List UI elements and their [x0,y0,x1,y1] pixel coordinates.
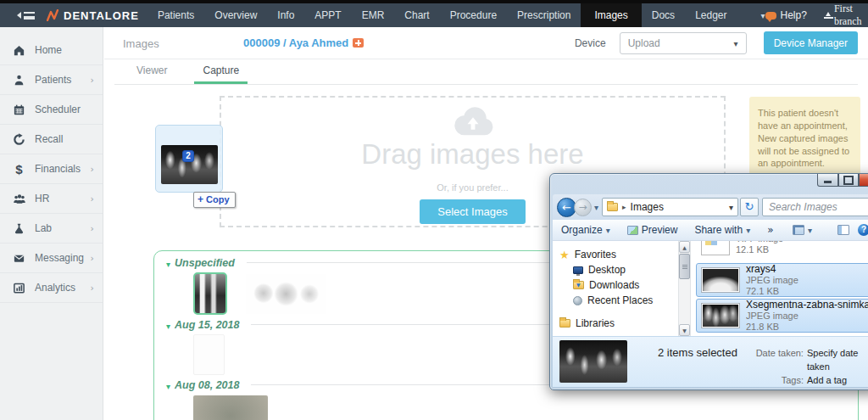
section-label: Aug 08, 2018 [175,379,239,391]
sidebar-label: Recall [35,133,63,145]
app-logo[interactable]: DENTALORE [47,3,139,27]
explorer-nav-pane: ★ Favorites Desktop Downloads Recent Pla… [553,241,678,336]
nav-item-recent-places[interactable]: Recent Places [559,293,678,308]
blank-image-thumbnail[interactable] [193,334,225,375]
nav-item-appt[interactable]: APPT [304,3,351,27]
nav-item-desktop[interactable]: Desktop [559,262,678,277]
nav-item-info[interactable]: Info [267,3,304,27]
dollar-icon: $ [12,162,26,176]
nav-item-chart[interactable]: Chart [394,3,439,27]
preview-button[interactable]: Preview [627,224,678,236]
calendar-icon [12,103,26,116]
sidebar-item-financials[interactable]: $ Financials [0,154,103,184]
file-tile-xsegmentna[interactable]: Xsegmentna-zabna-snimka JPEG image 21.8 … [696,299,868,333]
nav-item-emr[interactable]: EMR [352,3,395,27]
home-icon [12,43,26,57]
chevron-right-icon [91,253,94,264]
folder-icon [607,203,618,211]
close-button[interactable]: ✕ [859,174,868,187]
sidebar-label: Messaging [35,252,84,264]
nav-item-ledger[interactable]: Ledger [685,3,737,27]
change-view-button[interactable] [793,225,812,235]
sidebar-collapse-button[interactable] [17,3,35,27]
scroll-down-button[interactable]: ▼ [679,324,690,336]
nav-item-images[interactable]: Images [581,3,641,27]
drag-ghost[interactable]: 2 Copy [155,125,223,193]
photo-thumbnail[interactable] [193,395,268,420]
explorer-titlebar[interactable]: ✕ [553,176,868,194]
date-taken-label: Date taken: [749,346,804,373]
file-tile-xrays4[interactable]: xrays4 JPEG image 72.1 KB [696,263,868,297]
file-size: 21.8 KB [746,322,779,332]
top-navbar: DENTALORE Patients Overview Info APPT EM… [0,3,868,27]
nav-item-downloads[interactable]: Downloads [559,277,678,293]
select-caret-icon [734,37,738,49]
group-icon [12,192,26,205]
device-manager-button[interactable]: Device Manager [764,31,858,54]
branch-label: First branch [834,3,865,28]
organize-menu[interactable]: Organize [561,224,610,236]
minimize-button[interactable] [817,174,838,187]
preview-icon [627,226,638,235]
breadcrumb-folder[interactable]: Images [631,201,664,213]
nav-item-overview[interactable]: Overview [204,3,267,27]
search-box[interactable] [762,198,868,216]
nav-item-patients[interactable]: Patients [147,3,204,27]
share-with-menu[interactable]: Share with [694,224,750,236]
search-input[interactable] [763,199,868,216]
sidebar-label: Patients [35,74,71,86]
favorites-node[interactable]: ★ Favorites [559,247,678,262]
sidebar-item-patients[interactable]: Patients [0,65,103,95]
sidebar-item-lab[interactable]: Lab [0,214,103,244]
favorites-label: Favorites [575,249,616,260]
address-bar[interactable]: Images [602,198,738,216]
nav-item-docs[interactable]: Docs [642,3,685,27]
scroll-up-button[interactable]: ▲ [679,241,690,253]
select-images-button[interactable]: Select Images [420,199,525,224]
sidebar-item-analytics[interactable]: Analytics [0,273,103,303]
toolbar-overflow-button[interactable]: » [767,224,773,236]
forward-button[interactable]: → [574,199,592,216]
teeth-render-thumbnail[interactable] [246,274,326,314]
tags-value[interactable]: Add a tag [807,373,847,387]
tab-viewer[interactable]: Viewer [128,59,175,84]
details-pane: 2 items selected Date taken: Specify dat… [553,336,868,387]
hamburger-icon [24,12,35,20]
logo-zigzag-icon [47,9,58,21]
desktop-label: Desktop [588,264,626,276]
sidebar-item-messaging[interactable]: Messaging [0,244,103,273]
selection-preview-thumbnail [559,340,627,383]
file-thumbnail [701,267,740,293]
file-name: xrays4 [746,264,776,275]
file-tile-tiff[interactable]: TIFF image 12.1 KB [696,241,868,261]
desktop-icon [573,266,583,274]
nav-pane-scrollbar[interactable]: ▲ ▼ [678,241,691,336]
device-select[interactable]: Upload [620,32,747,54]
chevron-right-icon [91,164,94,175]
refresh-icon [12,132,26,146]
scrollbar-thumb[interactable] [679,254,690,279]
sidebar-item-hr[interactable]: HR [0,184,103,214]
patient-link[interactable]: 000009 / Aya Ahmed [243,36,364,49]
file-type: JPEG image [746,275,798,285]
date-taken-value[interactable]: Specify date taken [807,346,868,373]
tab-capture[interactable]: Capture [194,59,248,84]
sidebar-item-home[interactable]: Home [0,36,103,65]
libraries-label: Libraries [576,317,615,329]
history-caret-icon[interactable] [594,203,598,212]
help-menu[interactable]: Help? [765,9,807,21]
explorer-help-button[interactable]: ? [858,224,868,236]
preview-pane-toggle[interactable] [837,225,849,235]
xray-thumbnail-selected[interactable] [193,272,227,315]
address-dropdown-icon[interactable] [729,203,733,212]
nav-item-procedure[interactable]: Procedure [440,3,507,27]
sidebar-item-recall[interactable]: Recall [0,125,103,154]
sidebar-item-scheduler[interactable]: Scheduler [0,95,103,125]
copy-tooltip: Copy [193,192,236,208]
libraries-node[interactable]: Libraries [559,316,678,331]
maximize-button[interactable] [838,174,859,187]
nav-item-prescription[interactable]: Prescription [507,3,581,27]
refresh-button[interactable]: ↻ [740,198,759,216]
branch-menu[interactable]: First branch [824,3,865,28]
device-controls: Device Upload Device Manager [575,31,858,54]
